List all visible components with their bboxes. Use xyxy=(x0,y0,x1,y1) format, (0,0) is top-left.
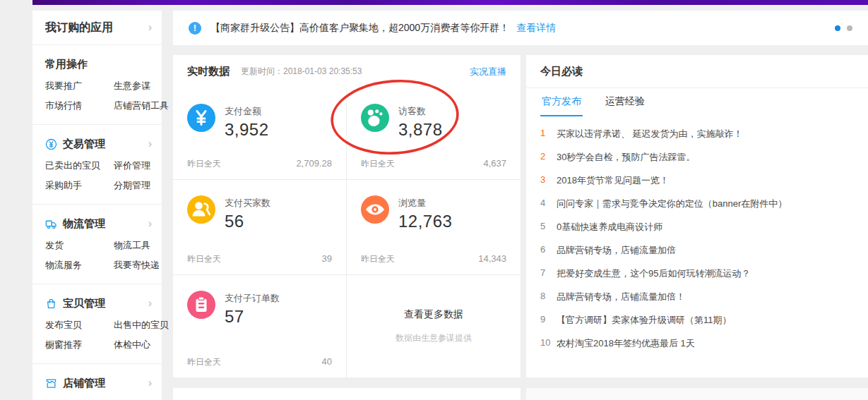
metric-label: 支付子订单数 xyxy=(225,292,280,305)
news-title: 问问专家｜需求与竞争决定你的定位（banner在附件中） xyxy=(557,198,787,210)
news-item[interactable]: 6 品牌营销专场，店铺流量加倍 xyxy=(540,244,854,257)
metric-value: 3,952 xyxy=(225,120,269,140)
section-title: 店铺管理 xyxy=(63,377,105,390)
metric-value: 56 xyxy=(225,212,270,231)
sidebar-link[interactable]: 物流工具 xyxy=(114,236,160,255)
truck-icon xyxy=(45,218,57,230)
section-title: 交易管理 xyxy=(63,138,105,151)
yuan-circle-icon xyxy=(45,138,57,150)
news-item[interactable]: 5 0基础快速养成电商设计师 xyxy=(540,221,854,234)
chevron-right-icon: › xyxy=(148,218,152,229)
sidebar-link[interactable]: 物流服务 xyxy=(45,255,114,275)
live-broadcast-link[interactable]: 实况直播 xyxy=(470,66,506,78)
sidebar-link[interactable]: 已卖出的宝贝 xyxy=(45,156,114,176)
mustread-tabs: 官方发布 运营经验 xyxy=(526,88,868,116)
news-item[interactable]: 3 2018年货节常见问题一览！ xyxy=(540,174,854,187)
news-item[interactable]: 9 【官方调研】卖家体验升级调研（第11期） xyxy=(540,314,854,327)
news-title: 30秒学会自检，预防广告法踩雷。 xyxy=(557,151,695,164)
sidebar-link[interactable]: 橱窗推荐 xyxy=(45,335,114,355)
news-rank: 5 xyxy=(540,221,557,234)
sidebar-link[interactable]: 店铺装修 xyxy=(114,395,169,400)
bottom-right-panel xyxy=(526,388,868,400)
sidebar: 我订购的应用 › 常用操作 我要推广 生意参谋 市场行情 店铺营销工具 xyxy=(32,11,162,400)
sidebar-link[interactable]: 我要寄快递 xyxy=(114,255,160,275)
news-item[interactable]: 4 问问专家｜需求与竞争决定你的定位（banner在附件中） xyxy=(540,198,854,210)
news-rank: 7 xyxy=(540,267,557,280)
sidebar-link[interactable]: 采购助手 xyxy=(45,176,114,195)
info-exclaim-icon: ! xyxy=(189,22,201,35)
sidebar-link[interactable]: 市场行情 xyxy=(45,96,114,116)
news-rank: 1 xyxy=(540,128,557,140)
news-item[interactable]: 10 农村淘宝2018年签约优惠最后 1天 xyxy=(540,337,854,350)
mustread-panel: 今日必读 官方发布 运营经验 1 买家以违背承诺、 延迟发货为由，实施敲诈！ 2… xyxy=(526,55,868,377)
sidebar-link[interactable]: 评价管理 xyxy=(114,156,152,176)
metric-value: 57 xyxy=(225,307,280,327)
yesterday-label: 昨日全天 xyxy=(361,253,395,265)
section-header[interactable]: 交易管理 › xyxy=(45,135,152,153)
tab-operation-experience[interactable]: 运营经验 xyxy=(604,88,646,116)
top-banner-strip xyxy=(32,0,868,5)
news-title: 【官方调研】卖家体验升级调研（第11期） xyxy=(557,314,732,327)
news-item[interactable]: 8 品牌营销专场，店铺流量加倍！ xyxy=(540,291,854,303)
orders-icon xyxy=(187,291,215,319)
sidebar-link[interactable]: 我要推广 xyxy=(45,76,114,96)
tab-official-release[interactable]: 官方发布 xyxy=(540,88,583,116)
news-rank: 9 xyxy=(540,314,557,327)
metric-sub-orders[interactable]: 支付子订单数 57 昨日全天 40 xyxy=(173,275,347,377)
metric-visitors[interactable]: 访客数 3,878 昨日全天 4,637 xyxy=(347,88,521,180)
news-rank: 4 xyxy=(540,198,557,210)
news-rank: 3 xyxy=(540,174,557,187)
chevron-right-icon: › xyxy=(148,138,152,150)
yuan-icon xyxy=(187,104,215,132)
updated-time-value: 2018-01-03 20:35:53 xyxy=(283,66,362,76)
sidebar-link[interactable]: 发布宝贝 xyxy=(45,315,114,335)
yesterday-value: 14,343 xyxy=(478,253,506,264)
sidebar-link[interactable]: 分期管理 xyxy=(114,176,152,195)
sidebar-link[interactable]: 生意参谋 xyxy=(114,76,169,96)
news-item[interactable]: 1 买家以违背承诺、 延迟发货为由，实施敲诈！ xyxy=(540,128,854,140)
section-header[interactable]: 物流管理 › xyxy=(45,214,152,233)
sidebar-link[interactable]: 体检中心 xyxy=(114,335,169,355)
news-rank: 2 xyxy=(540,151,557,164)
section-header[interactable]: 宝贝管理 › xyxy=(45,294,152,313)
sidebar-link[interactable]: 店铺营销工具 xyxy=(114,96,169,116)
sidebar-section-logistics: 物流管理 › 发货 物流工具 物流服务 我要寄快递 xyxy=(32,205,162,284)
carousel-dot-active[interactable] xyxy=(835,25,840,31)
sidebar-link[interactable]: 出售中的宝贝 xyxy=(114,315,169,335)
seller-dashboard: 我订购的应用 › 常用操作 我要推广 生意参谋 市场行情 店铺营销工具 xyxy=(0,0,868,400)
news-item[interactable]: 7 把爱好变成生意，这个95后如何玩转潮流运动？ xyxy=(540,267,854,280)
metric-pay-amount[interactable]: 支付金额 3,952 昨日全天 2,709.28 xyxy=(173,88,347,180)
news-item[interactable]: 2 30秒学会自检，预防广告法踩雷。 xyxy=(540,151,854,164)
metric-paying-buyers[interactable]: 支付买家数 56 昨日全天 39 xyxy=(173,180,347,275)
sidebar-section-items: 宝贝管理 › 发布宝贝 出售中的宝贝 橱窗推荐 体检中心 xyxy=(32,284,162,364)
sidebar-section-common-ops: 常用操作 我要推广 生意参谋 市场行情 店铺营销工具 xyxy=(32,45,162,125)
view-more-data-link[interactable]: 查看更多数据 xyxy=(404,308,463,321)
section-header[interactable]: 店铺管理 › xyxy=(45,374,152,392)
yesterday-value: 40 xyxy=(322,356,332,367)
yesterday-label: 昨日全天 xyxy=(361,158,395,170)
carousel-dots xyxy=(835,25,852,31)
updated-time: 更新时间：2018-01-03 20:35:53 xyxy=(241,66,362,78)
section-title: 宝贝管理 xyxy=(63,297,105,310)
buyer-icon xyxy=(187,195,215,224)
bag-icon xyxy=(45,298,57,310)
announcement-details-link[interactable]: 查看详情 xyxy=(516,22,556,35)
metric-pageviews[interactable]: 浏览量 12,763 昨日全天 14,343 xyxy=(347,180,521,275)
mustread-panel-header: 今日必读 xyxy=(526,55,868,88)
metric-label: 支付买家数 xyxy=(225,197,270,210)
announcement-bar: ! 【商家群升级公告】高价值客户聚集地，超2000万消费者等你开群！ 查看详情 xyxy=(173,11,868,45)
yesterday-value: 4,637 xyxy=(483,158,506,169)
news-title: 0基础快速养成电商设计师 xyxy=(557,221,662,234)
sidebar-item-my-apps[interactable]: 我订购的应用 › xyxy=(32,11,162,45)
footprint-icon xyxy=(361,104,389,132)
eye-icon xyxy=(361,195,389,224)
sidebar-link[interactable]: 查看淘宝店铺 xyxy=(45,395,114,400)
sidebar-link[interactable]: 发货 xyxy=(45,236,114,255)
my-apps-label: 我订购的应用 xyxy=(45,20,113,35)
carousel-dot[interactable] xyxy=(847,25,852,31)
news-title: 农村淘宝2018年签约优惠最后 1天 xyxy=(557,337,695,350)
yesterday-label: 昨日全天 xyxy=(187,253,221,265)
metric-value: 12,763 xyxy=(398,212,452,231)
sidebar-section-shop: 店铺管理 › 查看淘宝店铺 店铺装修 图片空间 手机淘宝店铺 xyxy=(32,364,162,400)
panel-title: 实时数据 xyxy=(187,65,230,78)
